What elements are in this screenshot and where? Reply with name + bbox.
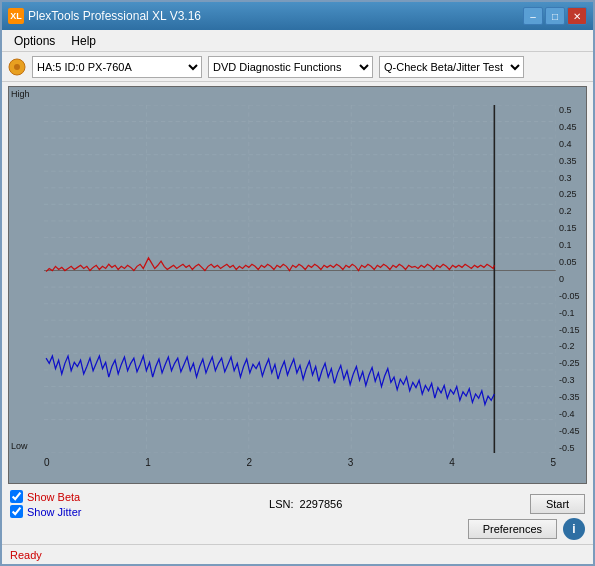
app-icon: XL <box>8 8 24 24</box>
show-jitter-checkbox[interactable] <box>10 505 23 518</box>
drive-icon <box>8 58 26 76</box>
show-jitter-text: Show Jitter <box>27 506 81 518</box>
menu-help[interactable]: Help <box>63 32 104 50</box>
close-button[interactable]: ✕ <box>567 7 587 25</box>
preferences-button[interactable]: Preferences <box>468 519 557 539</box>
menu-options[interactable]: Options <box>6 32 63 50</box>
chart-svg <box>44 105 556 453</box>
menu-bar: Options Help <box>2 30 593 52</box>
toolbar: HA:5 ID:0 PX-760A DVD Diagnostic Functio… <box>2 52 593 82</box>
status-text: Ready <box>10 549 42 561</box>
title-bar-left: XL PlexTools Professional XL V3.16 <box>8 8 201 24</box>
bottom-bar: Show Beta Show Jitter LSN: 2297856 Start… <box>2 486 593 544</box>
info-button[interactable]: i <box>563 518 585 540</box>
test-select[interactable]: Q-Check Beta/Jitter Test <box>379 56 524 78</box>
lsn-label: LSN: <box>269 498 293 510</box>
show-jitter-label[interactable]: Show Jitter <box>10 505 81 518</box>
title-bar: XL PlexTools Professional XL V3.16 – □ ✕ <box>2 2 593 30</box>
buttons-area: Start <box>530 494 585 514</box>
info-icon: i <box>572 522 575 536</box>
lsn-value: 2297856 <box>300 498 343 510</box>
show-beta-text: Show Beta <box>27 491 80 503</box>
show-beta-checkbox[interactable] <box>10 490 23 503</box>
x-axis: 0 1 2 3 4 5 <box>44 453 556 483</box>
checkboxes: Show Beta Show Jitter <box>10 490 81 518</box>
y-high-label: High <box>11 89 30 99</box>
minimize-button[interactable]: – <box>523 7 543 25</box>
controls-row-top: Show Beta Show Jitter LSN: 2297856 Start <box>10 490 585 518</box>
drive-select[interactable]: HA:5 ID:0 PX-760A <box>32 56 202 78</box>
show-beta-label[interactable]: Show Beta <box>10 490 81 503</box>
start-button[interactable]: Start <box>530 494 585 514</box>
y-low-label: Low <box>11 441 28 451</box>
chart-area: High Low 0.5 0.45 0.4 0.35 0.3 0.25 0.2 … <box>8 86 587 484</box>
svg-point-1 <box>14 64 20 70</box>
maximize-button[interactable]: □ <box>545 7 565 25</box>
function-select[interactable]: DVD Diagnostic Functions <box>208 56 373 78</box>
main-window: XL PlexTools Professional XL V3.16 – □ ✕… <box>0 0 595 566</box>
controls-row-bottom: Preferences i <box>10 518 585 540</box>
y-axis-right: 0.5 0.45 0.4 0.35 0.3 0.25 0.2 0.15 0.1 … <box>556 105 586 453</box>
title-bar-controls: – □ ✕ <box>523 7 587 25</box>
lsn-area: LSN: 2297856 <box>269 498 342 510</box>
status-bar: Ready <box>2 544 593 564</box>
window-title: PlexTools Professional XL V3.16 <box>28 9 201 23</box>
